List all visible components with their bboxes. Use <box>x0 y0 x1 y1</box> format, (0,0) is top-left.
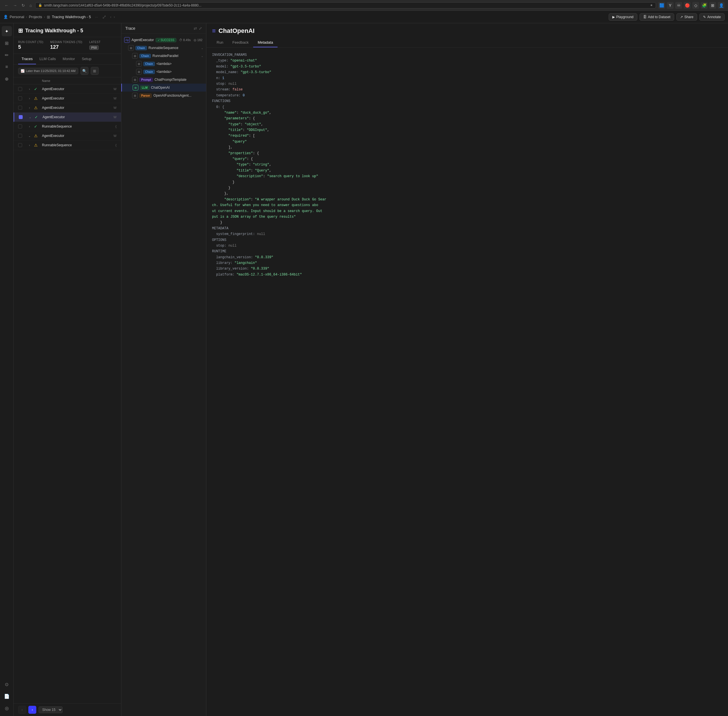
url-text: smith.langchain.com/o/1441af63-d5a4-549b… <box>44 3 648 8</box>
row-expand-btn[interactable]: › <box>26 97 33 100</box>
tree-node-lambda2[interactable]: ⊞ Chain <lambda> <box>121 68 206 76</box>
tab-metadata[interactable]: Metadata <box>253 38 278 47</box>
sidebar-icon-file[interactable]: 📄 <box>2 691 12 701</box>
prev-page-btn[interactable]: ‹ <box>18 706 26 714</box>
tab-setup[interactable]: Setup <box>78 54 95 64</box>
ext-1[interactable]: 🟦 <box>658 2 665 9</box>
expand-view-btn[interactable]: ⤢ <box>102 14 106 20</box>
row-expand-btn[interactable]: › <box>26 125 33 128</box>
metadata-title-icon: ≡ <box>212 27 216 35</box>
row-expand-btn[interactable]: › <box>26 88 33 91</box>
tree-node-llm[interactable]: ⊞ LLM ChatOpenAI <box>121 83 206 91</box>
row-checkbox[interactable] <box>18 106 22 110</box>
row-checkbox[interactable] <box>19 115 23 119</box>
annotate-button[interactable]: ✎ Annotate <box>699 13 725 21</box>
stat-run-count: RUN COUNT (7D) 5 <box>18 41 43 50</box>
breadcrumb: 👤 Personal › Projects › ⊞ Tracing Walkth… <box>3 15 91 19</box>
chain-seq-icon: ⊞ <box>128 45 134 51</box>
sidebar-icon-search[interactable]: ⊙ <box>2 679 12 689</box>
chart-icon: 📈 <box>21 69 25 73</box>
date-filter-btn[interactable]: 📈 Later than 11/25/2023, 01:10:42 AM <box>18 68 78 74</box>
nav-prev-btn[interactable]: ‹ <box>110 15 111 19</box>
row-checkbox[interactable] <box>18 87 22 91</box>
add-to-dataset-button[interactable]: 🗄 Add to Dataset <box>640 13 674 21</box>
ext-7[interactable]: ⊞ <box>709 2 716 9</box>
content-area: ⊞ Tracing Walkthrough - 5 RUN COUNT (7D)… <box>14 23 728 716</box>
row-expand-btn[interactable]: ⌄ <box>26 134 33 138</box>
table-row[interactable]: › ✓ AgentExecutor W <box>14 85 121 94</box>
table-row[interactable]: ⌄ ⚠ AgentExecutor W <box>14 131 121 141</box>
back-button[interactable]: ← <box>3 3 10 8</box>
share-button[interactable]: ↗ Share <box>676 13 697 21</box>
table-row[interactable]: › ⚠ AgentExecutor W <box>14 103 121 112</box>
browser-extensions: 🟦 Y ♾ 🔴 ◇ 🧩 ⊞ 👤 <box>658 2 725 9</box>
tab-traces[interactable]: Traces <box>18 54 36 64</box>
ext-3[interactable]: ♾ <box>675 2 682 9</box>
chain-badge-l1: Chain <box>143 62 155 66</box>
table-row[interactable]: › ⚠ RunnableSequence { <box>14 141 121 150</box>
sidebar-icon-list[interactable]: ≡ <box>2 62 12 72</box>
ext-4[interactable]: 🔴 <box>684 2 690 9</box>
sidebar-icon-globe[interactable]: ⊕ <box>2 74 12 84</box>
search-filter-btn[interactable]: 🔍 <box>80 67 88 75</box>
table-row[interactable]: › ⚠ AgentExecutor W <box>14 94 121 103</box>
tree-node-runnableparallel[interactable]: ⊞ Chain RunnableParallel ⌄ <box>121 52 206 60</box>
breadcrumb-personal[interactable]: Personal <box>10 15 24 19</box>
row-expand-btn[interactable]: › <box>26 144 33 147</box>
sidebar-icon-edit[interactable]: ✏ <box>2 50 12 60</box>
tab-monitor[interactable]: Monitor <box>59 54 78 64</box>
sidebar-icon-cursor[interactable]: ✦ <box>2 26 12 36</box>
chain-seq-name: RunnableSequence <box>149 46 199 50</box>
tab-run[interactable]: Run <box>212 38 228 47</box>
table-body: › ✓ AgentExecutor W › ⚠ AgentExecutor W … <box>14 85 121 703</box>
forward-button[interactable]: → <box>12 3 18 8</box>
seq-expand-arrow[interactable]: ⌄ <box>201 47 203 50</box>
prompt-badge: Prompt <box>140 78 153 82</box>
ext-5[interactable]: ◇ <box>692 2 699 9</box>
row-meta: W <box>114 115 117 119</box>
row-checkbox[interactable] <box>18 124 22 128</box>
tab-llm-calls[interactable]: LLM Calls <box>36 54 59 64</box>
next-page-btn[interactable]: › <box>28 706 36 714</box>
status-success-icon: ✓ <box>35 115 41 119</box>
tree-node-prompt[interactable]: ⊞ Prompt ChatPromptTemplate <box>121 76 206 83</box>
chain-lambda1-icon: ⊞ <box>136 61 142 67</box>
row-checkbox[interactable] <box>18 143 22 147</box>
traces-panel: ⊞ Tracing Walkthrough - 5 RUN COUNT (7D)… <box>14 23 121 716</box>
row-checkbox[interactable] <box>18 96 22 100</box>
row-checkbox[interactable] <box>18 134 22 138</box>
tree-node-runnablesequence[interactable]: ⊞ Chain RunnableSequence ⌄ <box>121 44 206 52</box>
tree-node-parser[interactable]: ⊞ Parser OpenAIFunctionsAgent... <box>121 91 206 100</box>
show-count-select[interactable]: Show 15 Show 25 Show 50 <box>39 706 63 713</box>
browser-bar: ← → ↻ ⌂ 🔒 smith.langchain.com/o/1441af63… <box>0 0 728 11</box>
home-button[interactable]: ⌂ <box>28 3 33 8</box>
sidebar-icon-grid[interactable]: ⊞ <box>2 38 12 48</box>
ext-6[interactable]: 🧩 <box>701 2 708 9</box>
database-icon: 🗄 <box>643 15 647 19</box>
sidebar-icon-user[interactable]: ◎ <box>2 703 12 713</box>
tree-node-agentexecutor[interactable]: Ag AgentExecutor ✓ SUCCESS ⏱ 8.49s ◎ 182 <box>121 36 206 44</box>
row-expand-btn[interactable]: › <box>26 106 33 109</box>
reload-button[interactable]: ↻ <box>20 3 26 8</box>
stat-badge-p50: P50 <box>89 46 99 50</box>
parser-icon: ⊞ <box>132 93 138 99</box>
pagination: ‹ › Show 15 Show 25 Show 50 <box>14 703 121 716</box>
ext-8[interactable]: 👤 <box>718 2 725 9</box>
url-bar[interactable]: 🔒 smith.langchain.com/o/1441af63-d5a4-54… <box>35 2 656 9</box>
metadata-content: INVOCATION_PARAMS _type: "openai-chat" m… <box>206 48 728 716</box>
table-row[interactable]: ⌄ ✓ AgentExecutor W <box>14 112 121 122</box>
ext-2[interactable]: Y <box>667 2 673 9</box>
row-expand-btn[interactable]: ⌄ <box>27 116 33 119</box>
playground-button[interactable]: ▶ Playground <box>609 13 637 21</box>
par-expand-arrow[interactable]: ⌄ <box>201 55 203 58</box>
nav-next-btn[interactable]: › <box>114 15 115 19</box>
expand-trace-btn[interactable]: ⤢ <box>199 26 202 30</box>
table-row[interactable]: › ✓ RunnableSequence { <box>14 122 121 131</box>
more-filter-btn[interactable]: ⊞ <box>91 67 99 75</box>
tab-feedback[interactable]: Feedback <box>228 38 253 47</box>
more-breadcrumb-btn[interactable]: ··· <box>95 15 98 19</box>
refresh-trace-btn[interactable]: ⇄ <box>194 26 197 30</box>
tree-node-lambda1[interactable]: ⊞ Chain <lambda> <box>121 60 206 68</box>
breadcrumb-projects[interactable]: Projects <box>29 15 42 19</box>
metadata-text: INVOCATION_PARAMS _type: "openai-chat" m… <box>212 52 722 278</box>
